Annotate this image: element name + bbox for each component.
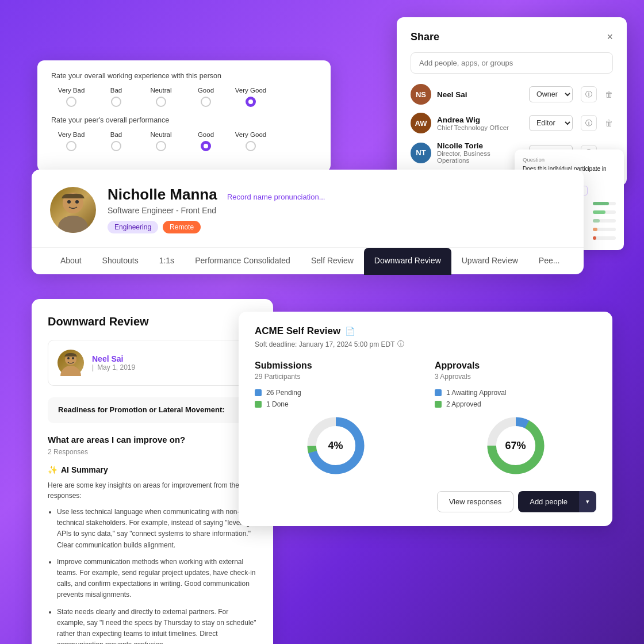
ai-point-3: State needs clearly and directly to exte… — [57, 607, 257, 645]
person-name: Nicolle Torie — [437, 141, 523, 150]
rating-option-very-bad-1[interactable]: Very Bad — [51, 87, 91, 107]
profile-nav: About Shoutouts 1:1s Performance Consoli… — [32, 247, 584, 274]
legend-pending: 26 Pending — [255, 389, 416, 397]
close-button[interactable]: × — [607, 31, 613, 43]
delete-icon-andrea[interactable]: 🗑 — [605, 118, 613, 128]
review-responses: 2 Responses — [48, 448, 257, 456]
radio-very-good-2[interactable] — [246, 141, 256, 151]
profile-name: Nicholle Manna Record name pronunciation… — [108, 186, 565, 204]
radio-very-bad-1[interactable] — [66, 97, 76, 107]
rating-options-1: Very Bad Bad Neutral Good Very Good — [51, 87, 317, 107]
rating-option-very-good-1[interactable]: Very Good — [231, 87, 271, 107]
approvals-subtitle: 3 Approvals — [435, 373, 596, 381]
person-role: Chief Technology Officer — [437, 124, 523, 131]
role-select-neel[interactable]: OwnerEditorViewer — [529, 86, 573, 102]
rating-option-neutral-1[interactable]: Neutral — [141, 87, 181, 107]
info-icon-andrea[interactable]: ⓘ — [581, 115, 597, 131]
reviewer-date: May 1, 2019 — [97, 363, 135, 371]
option-label: Very Bad — [58, 87, 85, 94]
submissions-section: Submissions 29 Participants 26 Pending 1… — [255, 361, 416, 477]
rating-label-1: Rate your overall working experience wit… — [51, 72, 317, 80]
tab-about[interactable]: About — [50, 248, 92, 274]
person-name: Neel Sai — [437, 90, 523, 99]
tab-1on1s[interactable]: 1:1s — [149, 248, 185, 274]
tab-self-review[interactable]: Self Review — [301, 248, 364, 274]
svg-point-4 — [60, 366, 81, 376]
pending-label: 26 Pending — [266, 389, 301, 397]
option-label: Very Good — [235, 131, 266, 138]
delete-icon-neel[interactable]: 🗑 — [605, 90, 613, 99]
option-label: Bad — [110, 87, 122, 94]
radio-good-2[interactable] — [201, 141, 211, 151]
option-label: Neutral — [150, 87, 171, 94]
radio-neutral-2[interactable] — [156, 141, 166, 151]
person-role: Director, Business Operations — [437, 150, 523, 164]
share-header: Share × — [411, 31, 613, 43]
rating-option-neutral-2[interactable]: Neutral — [141, 131, 181, 151]
rating-option-good-1[interactable]: Good — [186, 87, 226, 107]
svg-point-6 — [67, 357, 70, 359]
person-name: Andrea Wig — [437, 116, 523, 124]
rating-options-2: Very Bad Bad Neutral Good Very Good — [51, 131, 317, 151]
tab-performance-consolidated[interactable]: Performance Consolidated — [185, 248, 301, 274]
view-responses-button[interactable]: View responses — [437, 491, 514, 512]
approvals-chart-wrap: 67% — [435, 414, 596, 477]
acme-actions: View responses Add people ▾ — [255, 491, 596, 512]
awaiting-dot — [435, 389, 442, 396]
pending-dot — [255, 389, 262, 396]
rating-option-very-good-2[interactable]: Very Good — [231, 131, 271, 151]
ai-summary-header: ✨ AI Summary — [48, 465, 257, 474]
legend-done: 1 Done — [255, 400, 416, 408]
bar — [593, 236, 596, 240]
pronunciation-link[interactable]: Record name pronunciation... — [227, 193, 325, 201]
rating-option-very-bad-2[interactable]: Very Bad — [51, 131, 91, 151]
radio-very-good-1[interactable] — [246, 97, 256, 107]
rating-option-bad-2[interactable]: Bad — [96, 131, 136, 151]
reviewer-info: Neel Sai | May 1, 2019 — [92, 354, 135, 371]
option-label: Neutral — [150, 131, 171, 138]
role-select-andrea[interactable]: OwnerEditorViewer — [529, 115, 573, 131]
bar — [593, 228, 597, 231]
add-people-caret[interactable]: ▾ — [579, 491, 596, 512]
submissions-donut: 4% — [304, 414, 367, 477]
info-icon-neel[interactable]: ⓘ — [581, 86, 597, 102]
rating-option-good-2[interactable]: Good — [186, 131, 226, 151]
profile-card: Nicholle Manna Record name pronunciation… — [32, 170, 584, 274]
radio-bad-1[interactable] — [111, 97, 121, 107]
radio-very-bad-2[interactable] — [66, 141, 76, 151]
radio-good-1[interactable] — [201, 97, 211, 107]
share-title: Share — [411, 31, 439, 43]
survey-label: Question — [523, 156, 616, 163]
approvals-pct: 67% — [505, 440, 526, 452]
bar — [593, 202, 609, 205]
tab-peer[interactable]: Pee... — [528, 248, 570, 274]
bar-wrap — [593, 210, 616, 214]
acme-header: ACME Self Review 📄 — [255, 325, 596, 337]
radio-neutral-1[interactable] — [156, 97, 166, 107]
submissions-chart-wrap: 4% — [255, 414, 416, 477]
tab-downward-review[interactable]: Downward Review — [364, 248, 451, 275]
add-people-button[interactable]: Add people — [518, 491, 579, 512]
profile-header: Nicholle Manna Record name pronunciation… — [50, 186, 565, 233]
option-label: Bad — [110, 131, 122, 138]
radio-bad-2[interactable] — [111, 141, 121, 151]
rating-option-bad-1[interactable]: Bad — [96, 87, 136, 107]
profile-title: Software Engineer - Front End — [108, 206, 565, 215]
bar-wrap — [593, 202, 616, 205]
acme-deadline: Soft deadline: January 17, 2024 5:00 pm … — [255, 339, 596, 349]
submissions-title: Submissions — [255, 361, 416, 371]
share-input[interactable] — [411, 52, 613, 74]
bar-wrap — [593, 236, 616, 240]
bar — [593, 210, 605, 214]
done-dot — [255, 401, 262, 408]
tab-shoutouts[interactable]: Shoutouts — [92, 248, 149, 274]
info-icon: ⓘ — [397, 339, 404, 349]
reviewer-name: Neel Sai — [92, 354, 135, 363]
svg-point-7 — [72, 357, 74, 359]
awaiting-label: 1 Awaiting Approval — [446, 389, 507, 397]
avatar-andrea: AW — [411, 113, 431, 133]
person-info-andrea: Andrea Wig Chief Technology Officer — [437, 116, 523, 131]
tab-upward-review[interactable]: Upward Review — [451, 248, 528, 274]
rating-card: Rate your overall working experience wit… — [37, 60, 331, 172]
share-person-neel: NS Neel Sai OwnerEditorViewer ⓘ 🗑 — [411, 84, 613, 105]
